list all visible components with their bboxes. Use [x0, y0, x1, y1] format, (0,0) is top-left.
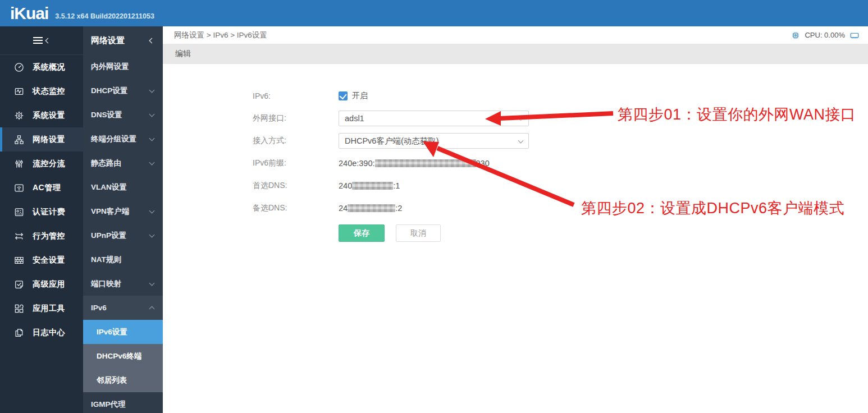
chevron-down-icon — [149, 159, 155, 165]
submenu-item-static-routes[interactable]: 静态路由 — [83, 151, 163, 175]
wan-interface-select[interactable]: adsl1 — [339, 111, 529, 126]
primary-dns-label: 首选DNS: — [253, 181, 339, 191]
sidebar-collapse-button[interactable] — [0, 26, 83, 55]
chevron-up-icon — [149, 306, 155, 311]
chevron-down-icon — [149, 111, 155, 117]
gauge-icon — [13, 62, 25, 73]
submenu-item-ipv6-settings[interactable]: IPv6设置 — [83, 320, 163, 344]
submenu-item-dns[interactable]: DNS设置 — [83, 103, 163, 127]
ipv6-field-label: IPv6: — [253, 91, 339, 100]
censored-text — [352, 182, 393, 190]
breadcrumb-bar: 网络设置 > IPv6 > IPv6设置 CPU: 0.00% — [163, 26, 868, 44]
main-sidebar: 系统概况 状态监控 系统设置 网络设置 流控分流 AC管理 认证计费 行为管控 — [0, 26, 83, 413]
sidebar-item-behavior-control[interactable]: 行为管控 — [0, 224, 83, 248]
ipv6-prefix-label: IPv6前缀: — [253, 158, 339, 168]
tools-icon — [13, 303, 25, 314]
sidebar-item-system-settings[interactable]: 系统设置 — [0, 103, 83, 127]
access-mode-select[interactable]: DHCPv6客户端(动态获取) — [339, 133, 529, 149]
gear-icon — [13, 110, 25, 121]
sidebar-item-status-monitor[interactable]: 状态监控 — [0, 79, 83, 103]
annotation-step2: 第四步02：设置成DHCPv6客户端模式 — [581, 198, 844, 218]
annotation-step1: 第四步01：设置你的外网WAN接口 — [618, 104, 856, 125]
chevron-down-icon — [149, 208, 155, 213]
sidebar-item-flow-control[interactable]: 流控分流 — [0, 152, 83, 176]
breadcrumb: 网络设置 > IPv6 > IPv6设置 — [174, 30, 267, 40]
ipv6-settings-form: IPv6: 开启 外网接口: adsl1 接入方式: — [253, 85, 529, 242]
top-bar: iKuai 3.5.12 x64 Build202201211053 — [0, 0, 868, 26]
submenu-item-ipv6[interactable]: IPv6 — [83, 296, 163, 320]
submenu-item-vpn-client[interactable]: VPN客户端 — [83, 199, 163, 223]
save-button[interactable]: 保存 — [339, 224, 385, 242]
hamburger-icon — [33, 35, 43, 45]
submenu-item-wan-lan[interactable]: 内外网设置 — [83, 54, 163, 79]
cpu-usage: CPU: 0.00% — [805, 31, 845, 39]
check-document-icon — [13, 279, 25, 290]
sidebar-item-auth-billing[interactable]: 认证计费 — [0, 200, 83, 224]
chevron-down-icon — [149, 232, 155, 237]
ikuai-admin-page: iKuai 3.5.12 x64 Build202201211053 系统概况 … — [0, 0, 868, 413]
memory-icon — [849, 30, 860, 40]
sidebar-item-app-tools[interactable]: 应用工具 — [0, 296, 83, 320]
submenu-item-dhcpv6-terminals[interactable]: DHCPv6终端 — [83, 344, 163, 368]
swap-arrows-icon — [13, 231, 25, 242]
network-settings-submenu: 网络设置 内外网设置 DHCP设置 DNS设置 终端分组设置 静态路由 VLAN… — [83, 26, 163, 413]
sidebar-item-log-center[interactable]: 日志中心 — [0, 320, 83, 345]
network-icon — [13, 134, 25, 145]
submenu-item-igmp-proxy[interactable]: IGMP代理 — [83, 392, 163, 413]
sidebar-item-ac-management[interactable]: AC管理 — [0, 176, 83, 200]
cpu-chip-icon — [791, 30, 801, 40]
sidebar-item-network-settings[interactable]: 网络设置 — [0, 127, 83, 152]
sliders-icon — [13, 158, 25, 169]
chevron-down-icon — [149, 280, 155, 286]
wifi-icon — [13, 182, 25, 194]
secondary-dns-label: 备选DNS: — [253, 203, 339, 213]
main-content: 网络设置 > IPv6 > IPv6设置 CPU: 0.00% 编辑 IPv6:… — [163, 26, 868, 413]
chevron-down-icon — [518, 115, 524, 121]
submenu-header[interactable]: 网络设置 — [83, 26, 163, 54]
cancel-button[interactable]: 取消 — [396, 224, 441, 242]
firmware-version: 3.5.12 x64 Build202201211053 — [55, 12, 154, 20]
secondary-dns-value: 24:2 — [339, 204, 402, 213]
idcard-icon — [13, 206, 25, 218]
censored-text — [375, 159, 476, 167]
ipv6-prefix-value: 240e:390:930 — [339, 159, 490, 168]
chevron-down-icon — [149, 87, 155, 93]
submenu-item-nat-rules[interactable]: NAT规则 — [83, 247, 163, 272]
chevron-down-icon — [149, 135, 155, 141]
system-status: CPU: 0.00% — [791, 30, 860, 40]
submenu-item-neighbor-list[interactable]: 邻居列表 — [83, 368, 163, 392]
submenu-item-vlan[interactable]: VLAN设置 — [83, 175, 163, 199]
wan-interface-label: 外网接口: — [253, 113, 339, 123]
sidebar-item-system-overview[interactable]: 系统概况 — [0, 55, 83, 79]
access-mode-label: 接入方式: — [253, 136, 339, 146]
submenu-item-dhcp[interactable]: DHCP设置 — [83, 79, 163, 103]
submenu-item-port-mapping[interactable]: 端口映射 — [83, 272, 163, 296]
panel-title-bar: 编辑 — [163, 44, 868, 64]
firewall-icon — [13, 255, 25, 266]
panel-title: 编辑 — [175, 49, 191, 59]
submenu-item-terminal-groups[interactable]: 终端分组设置 — [83, 127, 163, 151]
sidebar-item-advanced-apps[interactable]: 高级应用 — [0, 272, 83, 296]
monitor-icon — [13, 86, 25, 97]
censored-text — [348, 204, 395, 212]
sidebar-item-security-settings[interactable]: 安全设置 — [0, 248, 83, 272]
ipv6-enable-checkbox[interactable] — [339, 91, 348, 100]
submenu-item-upnp[interactable]: UPnP设置 — [83, 223, 163, 247]
ikuai-logo: iKuai — [10, 4, 48, 23]
collapse-left-icon — [45, 38, 51, 43]
ipv6-enable-label: 开启 — [352, 91, 368, 101]
primary-dns-value: 240:1 — [339, 181, 400, 190]
collapse-left-icon — [149, 38, 155, 43]
pages-icon — [13, 327, 25, 338]
chevron-down-icon — [518, 137, 524, 143]
